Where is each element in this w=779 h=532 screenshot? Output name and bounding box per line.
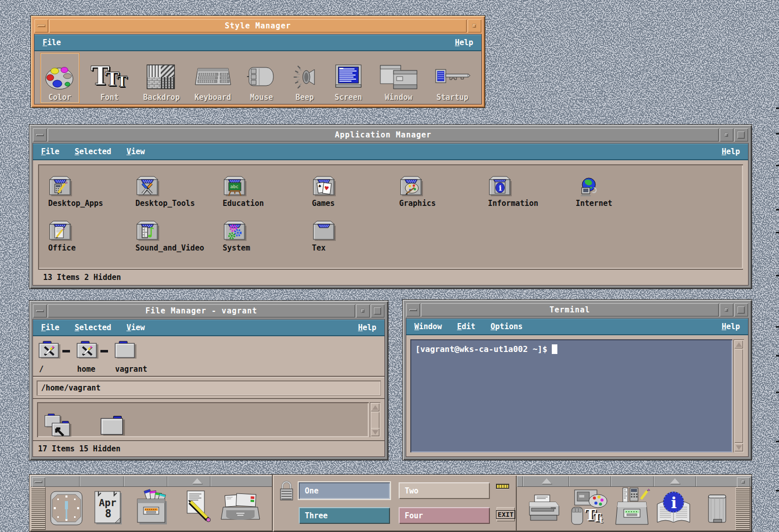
up-arrow-icon <box>372 405 378 410</box>
menu-help[interactable]: Help <box>722 147 740 156</box>
workspace-three-button[interactable]: Three <box>299 507 390 524</box>
maximize-button[interactable] <box>734 303 748 316</box>
maximize-button[interactable] <box>371 304 384 317</box>
menu-view[interactable]: View <box>126 147 145 156</box>
app-icon-desktop-tools[interactable]: Desktop_Tools <box>135 175 195 208</box>
file-manager-titlebar[interactable]: File Manager - vagrant <box>48 304 355 317</box>
minimize-button[interactable] <box>356 304 370 317</box>
style-item-window[interactable]: Window <box>375 53 422 103</box>
window-menu-button[interactable] <box>406 303 420 316</box>
panel-minimize-button[interactable] <box>32 477 45 487</box>
clock-icon[interactable] <box>48 490 85 529</box>
menu-help[interactable]: Help <box>455 38 473 47</box>
style-item-backdrop[interactable]: Backdrop <box>140 53 183 103</box>
menu-file[interactable]: File <box>41 147 59 156</box>
terminal-titlebar[interactable]: Terminal <box>421 303 719 316</box>
app-icon-education[interactable]: abc Education <box>223 175 264 208</box>
app-icon-games[interactable]: ♠ ♥ Games <box>312 175 336 208</box>
menu-edit[interactable]: Edit <box>457 322 475 331</box>
app-icon-information[interactable]: i Information <box>488 175 538 208</box>
application-manager-status-text: 13 Items 2 Hidden <box>43 273 121 282</box>
menu-selected[interactable]: Selected <box>75 323 111 332</box>
workspace-one-button[interactable]: One <box>299 482 390 499</box>
app-icon-system[interactable]: System <box>223 220 250 253</box>
window-menu-dash-icon <box>36 134 44 136</box>
scroll-down-button[interactable] <box>371 428 379 436</box>
window-menu-button[interactable] <box>33 304 47 317</box>
path-folder-root[interactable] <box>38 339 61 362</box>
exit-button[interactable]: EXIT <box>497 507 515 521</box>
workspace-two-button[interactable]: Two <box>399 482 490 499</box>
folder-icon[interactable] <box>99 413 125 438</box>
minimize-button[interactable] <box>720 128 733 141</box>
down-arrow-icon <box>372 430 378 435</box>
application-manager-window: Application Manager File Selected View H… <box>29 124 752 289</box>
panel-handle-right[interactable] <box>735 487 750 530</box>
window-menu-button[interactable] <box>33 128 47 141</box>
calendar-icon[interactable]: Apr 8 <box>92 489 125 529</box>
panel-top-strip-left <box>30 476 273 487</box>
printer-icon[interactable] <box>524 493 564 526</box>
app-icon-graphics[interactable]: Graphics <box>399 175 436 208</box>
style-item-beep[interactable]: Beep <box>288 53 322 103</box>
path-connector <box>100 350 108 352</box>
minimize-button[interactable] <box>468 19 481 32</box>
menu-window[interactable]: Window <box>414 322 442 331</box>
go-up-icon[interactable] <box>43 412 72 441</box>
desktop-mark <box>776 108 779 109</box>
window-menu-button[interactable] <box>34 19 48 32</box>
style-item-mouse[interactable]: Mouse <box>243 53 280 103</box>
trash-icon[interactable] <box>702 491 732 528</box>
minimize-button[interactable] <box>720 303 733 316</box>
applications-drawer-icon[interactable] <box>612 487 652 530</box>
app-icon-internet[interactable]: Internet <box>576 175 612 208</box>
file-manager-scrollbar[interactable] <box>370 402 380 437</box>
style-manager-panel-icon[interactable]: T T T T t t <box>568 488 610 530</box>
menu-view[interactable]: View <box>126 323 145 332</box>
font-icon: T T T T T T <box>90 62 129 92</box>
maximize-button[interactable] <box>734 128 748 141</box>
scrollbar-thumb[interactable] <box>734 349 743 443</box>
app-icon-tex[interactable]: Tex <box>312 220 336 253</box>
style-manager-titlebar[interactable]: Style Manager <box>49 19 467 32</box>
path-folder-home[interactable] <box>76 339 99 362</box>
workspace-four-button[interactable]: Four <box>399 507 490 524</box>
style-item-keyboard[interactable]: Keyboard <box>191 53 235 103</box>
style-item-screen[interactable]: Screen <box>329 53 368 103</box>
path-text-field[interactable]: /home/vagrant <box>37 381 380 395</box>
terminal-cursor <box>552 344 557 354</box>
menu-selected[interactable]: Selected <box>75 147 111 156</box>
scroll-up-button[interactable] <box>734 340 743 348</box>
style-item-startup[interactable]: Startup <box>430 53 475 103</box>
terminal-view[interactable]: [vagrant@wks-ca-ut1a002 ~]$ <box>410 339 732 452</box>
subpanel-arrow-help[interactable] <box>670 478 680 484</box>
style-item-font[interactable]: T T T T T T Font <box>87 53 132 103</box>
app-icon-sound-and-video[interactable]: Sound_and_Video <box>135 220 204 253</box>
scroll-down-button[interactable] <box>734 443 743 451</box>
menu-help[interactable]: Help <box>722 322 740 331</box>
subpanel-arrow-printer[interactable] <box>542 478 552 484</box>
panel-handle-left[interactable] <box>31 487 46 530</box>
subpanel-arrow-text-editor[interactable] <box>192 478 202 484</box>
help-icon[interactable]: i <box>652 489 695 530</box>
panel-menu-button[interactable] <box>737 477 750 487</box>
application-manager-titlebar[interactable]: Application Manager <box>48 128 719 141</box>
startup-key-icon <box>433 62 472 92</box>
scrollbar-thumb[interactable] <box>371 412 379 429</box>
menu-file[interactable]: File <box>43 38 61 47</box>
mail-icon[interactable] <box>219 492 262 527</box>
desktop-mark <box>776 355 779 357</box>
path-folder-vagrant[interactable] <box>114 339 137 362</box>
app-icon-office[interactable]: Office <box>48 220 76 253</box>
text-editor-icon[interactable] <box>178 488 217 529</box>
file-manager-cabinet-icon[interactable] <box>132 488 173 529</box>
menu-help[interactable]: Help <box>358 323 376 332</box>
file-manager-icon-view <box>37 402 369 437</box>
menu-file[interactable]: File <box>41 323 59 332</box>
app-icon-desktop-apps[interactable]: Desktop_Apps <box>48 175 103 208</box>
style-item-color[interactable]: Color <box>41 53 79 103</box>
scroll-up-button[interactable] <box>371 403 379 411</box>
terminal-scrollbar[interactable] <box>733 339 744 452</box>
lock-icon[interactable] <box>278 481 295 505</box>
menu-options[interactable]: Options <box>490 322 522 331</box>
